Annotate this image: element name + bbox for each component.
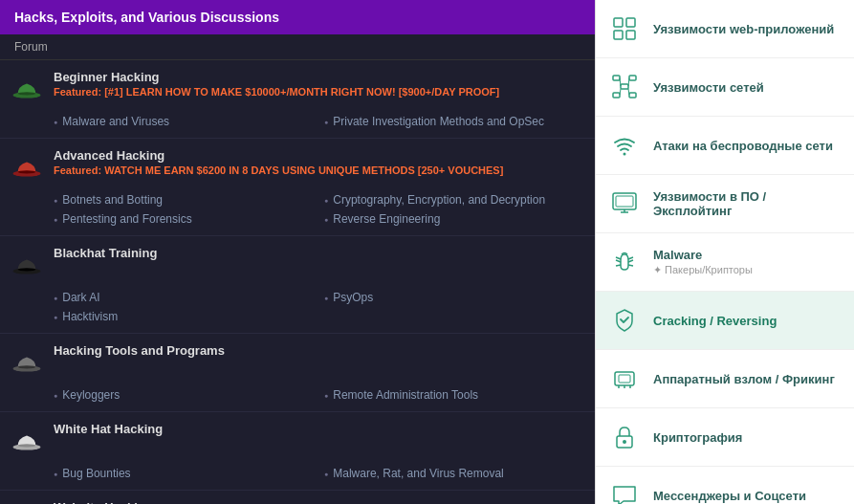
- right-item-text: Cracking / Reversing: [653, 314, 843, 328]
- categories-container: Beginner Hacking Featured: [#1] LEARN HO…: [0, 60, 595, 504]
- category-blackhat-training[interactable]: Blackhat Training Dark AI PsyOps Hacktiv…: [0, 236, 595, 334]
- svg-rect-22: [626, 18, 635, 27]
- right-menu-item-hardware[interactable]: Аппаратный взлом / Фрикинг: [596, 350, 854, 408]
- right-item-title: Cracking / Reversing: [653, 314, 843, 328]
- featured-content: [#1] LEARN HOW TO MAKE $10000+/MONTH RIG…: [104, 86, 499, 98]
- subcategory-item[interactable]: Reverse Engineering: [324, 210, 585, 228]
- right-menu-item-wireless[interactable]: Атаки на беспроводные сети: [596, 117, 854, 175]
- right-item-text: Атаки на беспроводные сети: [653, 139, 843, 153]
- category-name[interactable]: Blackhat Training: [54, 246, 585, 260]
- svg-line-30: [620, 78, 621, 87]
- svg-rect-23: [614, 31, 623, 39]
- right-item-title: Уязвимости сетей: [653, 80, 843, 95]
- svg-rect-25: [613, 76, 620, 80]
- right-item-text: Уязвимости web-приложений: [653, 22, 843, 36]
- right-item-icon: [607, 245, 642, 279]
- svg-point-2: [17, 92, 35, 95]
- right-menu-item-malware[interactable]: Malware ✦ Пакеры/Крипторы: [596, 233, 854, 292]
- subcategory-label: Dark AI: [62, 291, 99, 304]
- svg-rect-45: [615, 372, 634, 385]
- category-name[interactable]: Advanced Hacking: [54, 148, 585, 163]
- right-item-icon: [607, 362, 642, 396]
- right-menu-item-network-vuln[interactable]: Уязвимости сетей: [596, 58, 854, 117]
- subcategory-item[interactable]: Dark AI: [54, 289, 315, 306]
- subcategories-list: Bug Bounties Malware, Rat, and Virus Rem…: [0, 463, 595, 490]
- subcategory-item[interactable]: Malware and Viruses: [54, 113, 315, 130]
- left-panel: Hacks, Exploits, and Various Discussions…: [0, 0, 595, 504]
- right-item-title: Мессенджеры и Соцсети: [653, 489, 843, 503]
- subcategory-item[interactable]: Pentesting and Forensics: [54, 210, 315, 228]
- subcategory-item[interactable]: Botnets and Botting: [54, 191, 315, 208]
- category-info: Beginner Hacking Featured: [#1] LEARN HO…: [54, 70, 585, 98]
- right-item-title: Уязвимости web-приложений: [653, 22, 843, 36]
- right-menu-item-messengers[interactable]: Мессенджеры и Соцсети: [596, 467, 854, 504]
- category-name[interactable]: White Hat Hacking: [54, 422, 585, 436]
- right-menu-item-cracking[interactable]: Cracking / Reversing: [596, 292, 854, 350]
- svg-point-34: [624, 153, 626, 156]
- svg-line-44: [628, 257, 633, 259]
- right-item-title: Malware: [653, 248, 843, 262]
- category-name[interactable]: Hacking Tools and Programs: [54, 343, 585, 358]
- category-icon: [10, 248, 44, 282]
- subcategory-item[interactable]: Keyloggers: [54, 386, 315, 404]
- right-item-icon: [607, 303, 642, 338]
- category-icon: [10, 72, 44, 106]
- right-item-text: Аппаратный взлом / Фрикинг: [653, 372, 843, 386]
- svg-point-51: [623, 440, 626, 444]
- right-item-text: Криптография: [653, 430, 843, 445]
- right-item-title: Уязвимости в ПО / Эксплойтинг: [653, 189, 843, 218]
- header-bar: Hacks, Exploits, and Various Discussions: [0, 0, 595, 34]
- forum-label: Forum: [0, 34, 595, 60]
- svg-line-33: [628, 89, 629, 95]
- subcategory-item[interactable]: PsyOps: [324, 289, 585, 306]
- right-menu-item-software-vuln[interactable]: Уязвимости в ПО / Эксплойтинг: [596, 175, 854, 233]
- category-info: Advanced Hacking Featured: WATCH ME EARN…: [54, 148, 585, 176]
- subcategory-label: Pentesting and Forensics: [62, 212, 191, 226]
- svg-line-43: [616, 257, 621, 259]
- svg-rect-24: [626, 31, 635, 39]
- category-info: White Hat Hacking: [54, 422, 585, 436]
- subcategory-label: Malware and Viruses: [62, 115, 169, 128]
- category-white-hat[interactable]: White Hat Hacking Bug Bounties Malware, …: [0, 412, 595, 491]
- subcategory-item[interactable]: Private Investigation Methods and OpSec: [324, 113, 585, 130]
- subcategory-label: Malware, Rat, and Virus Removal: [333, 467, 504, 480]
- right-item-title: Аппаратный взлом / Фрикинг: [653, 372, 843, 386]
- category-icon: [10, 424, 44, 458]
- subcategory-item[interactable]: Bug Bounties: [54, 465, 315, 482]
- category-header: Advanced Hacking Featured: WATCH ME EARN…: [0, 139, 595, 189]
- right-menu-item-web-vuln[interactable]: Уязвимости web-приложений: [596, 0, 854, 58]
- category-name[interactable]: Beginner Hacking: [54, 70, 585, 84]
- category-info: Hacking Tools and Programs: [54, 343, 585, 358]
- category-info: Blackhat Training: [54, 246, 585, 260]
- svg-rect-21: [614, 18, 623, 27]
- featured-label: Featured:: [54, 86, 101, 98]
- category-icon: [10, 345, 44, 380]
- category-icon: [10, 150, 44, 185]
- category-header: Blackhat Training: [0, 236, 595, 287]
- featured-label: Featured:: [54, 164, 101, 176]
- subcategory-item[interactable]: Cryptography, Encryption, and Decryption: [324, 191, 585, 208]
- featured-text: Featured: WATCH ME EARN $6200 IN 8 DAYS …: [54, 164, 585, 176]
- category-beginner-hacking[interactable]: Beginner Hacking Featured: [#1] LEARN HO…: [0, 60, 595, 139]
- svg-line-31: [620, 89, 621, 95]
- category-hacking-tools[interactable]: Hacking Tools and Programs Keyloggers Re…: [0, 334, 595, 412]
- svg-rect-46: [619, 375, 630, 383]
- category-header: White Hat Hacking: [0, 412, 595, 463]
- subcategory-item[interactable]: Remote Administration Tools: [324, 386, 585, 404]
- category-name[interactable]: Website Hacking: [54, 500, 585, 504]
- right-menu-container: Уязвимости web-приложений Уязвимости сет…: [596, 0, 854, 504]
- category-info: Website Hacking: [54, 500, 585, 504]
- right-item-icon: [607, 70, 642, 104]
- category-website-hacking[interactable]: Website Hacking SQL Injection Attacks Re…: [0, 491, 595, 504]
- right-item-text: Мессенджеры и Соцсети: [653, 489, 843, 503]
- category-header: Website Hacking: [0, 491, 595, 504]
- subcategory-item[interactable]: Malware, Rat, and Virus Removal: [324, 465, 585, 482]
- subcategory-label: Bug Bounties: [62, 467, 130, 480]
- featured-text: Featured: [#1] LEARN HOW TO MAKE $10000+…: [54, 86, 585, 98]
- right-menu-item-crypto[interactable]: Криптография: [596, 408, 854, 467]
- subcategory-item[interactable]: Hacktivism: [54, 308, 315, 325]
- category-advanced-hacking[interactable]: Advanced Hacking Featured: WATCH ME EARN…: [0, 139, 595, 236]
- subcategory-label: Botnets and Botting: [62, 193, 163, 207]
- right-item-icon: [607, 478, 642, 504]
- category-header: Beginner Hacking Featured: [#1] LEARN HO…: [0, 60, 595, 111]
